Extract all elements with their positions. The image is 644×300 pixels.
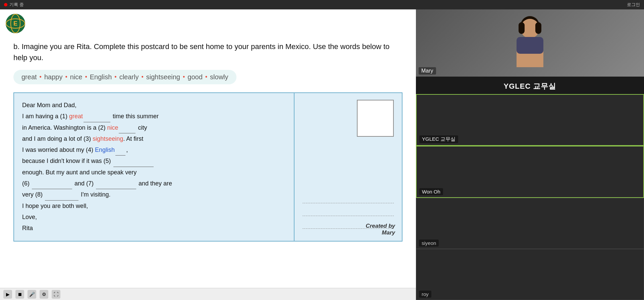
room-title-area: YGLEC 교무실 xyxy=(416,77,644,94)
line-rita: Rita xyxy=(22,223,286,234)
mary-video-panel: Mary xyxy=(416,9,644,77)
recording-indicator: 기록 중 xyxy=(4,2,24,8)
word-slowly: slowly xyxy=(210,73,228,81)
word-great: great xyxy=(21,73,37,81)
logo-area: E xyxy=(0,9,416,38)
line-hope: I hope you are both well, xyxy=(22,201,286,212)
postcard-right xyxy=(294,93,402,241)
fill-english: English xyxy=(95,146,115,153)
mary-label: Mary xyxy=(419,67,436,75)
stamp-box xyxy=(357,100,394,137)
mary-avatar xyxy=(416,9,644,77)
line-4: I was worried about my (4) English, xyxy=(22,144,286,156)
svg-text:E: E xyxy=(13,20,17,27)
postcard: Dear Mom and Dad, I am having a (1) grea… xyxy=(13,92,402,242)
fill-great: great xyxy=(69,113,83,120)
hair-right xyxy=(535,22,541,34)
line-7: (6) and (7) and they are xyxy=(22,178,286,189)
mic-button[interactable]: 🎤 xyxy=(28,290,36,299)
word-english: English xyxy=(90,73,112,81)
created-by: Created byMary xyxy=(366,223,395,236)
line-6: enough. But my aunt and uncle speak very xyxy=(22,167,286,178)
participants-grid: YGLEC 교무실 Won Oh siyeon roy xyxy=(416,94,644,300)
person-figure xyxy=(510,16,550,70)
room-title: YGLEC 교무실 xyxy=(504,81,556,91)
instruction-text: b. Imagine you are Rita. Complete this p… xyxy=(13,41,402,63)
word-good: good xyxy=(187,73,203,81)
top-bar: 기록 중 로그인 xyxy=(0,0,644,9)
line-3: and I am doing a lot of (3) sightseeing.… xyxy=(22,133,286,144)
word-sightseeing: sightseeing xyxy=(146,73,180,81)
login-button[interactable]: 로그인 xyxy=(627,2,640,8)
word-nice: nice xyxy=(70,73,83,81)
word-happy: happy xyxy=(44,73,63,81)
recording-dot xyxy=(4,3,7,6)
word-bank: great • happy • nice • English • clearly… xyxy=(13,70,236,84)
participant-siyeon-label: siyeon xyxy=(419,240,439,247)
bottom-toolbar: ▶ ⏹ 🎤 ⚙ ⛶ xyxy=(0,288,416,300)
line-1: I am having a (1) great time this summer xyxy=(22,111,286,122)
right-sidebar: Mary YGLEC 교무실 YGLEC 교무실 Won Oh siyeon r… xyxy=(416,9,644,300)
participant-wonoh-label: Won Oh xyxy=(419,188,443,195)
postcard-left: Dear Mom and Dad, I am having a (1) grea… xyxy=(14,93,294,241)
fullscreen-button[interactable]: ⛶ xyxy=(52,290,60,299)
participant-roy-label: roy xyxy=(419,291,431,298)
address-line-1 xyxy=(303,194,394,203)
line-8: very (8) I'm visiting. xyxy=(22,189,286,200)
line-love: Love, xyxy=(22,212,286,223)
main-content-area: E b. Imagine you are Rita. Complete this… xyxy=(0,9,416,300)
participant-wonoh: Won Oh xyxy=(416,146,644,198)
shirt xyxy=(517,37,543,54)
line-5: because I didn't know if it was (5) xyxy=(22,156,286,167)
recording-label: 기록 중 xyxy=(9,2,24,8)
play-button[interactable]: ▶ xyxy=(3,290,12,299)
fill-sightseeing: sightseeing xyxy=(93,135,123,142)
stop-button[interactable]: ⏹ xyxy=(15,290,24,299)
participant-siyeon: siyeon xyxy=(416,198,644,249)
fill-nice: nice xyxy=(107,124,118,131)
participant-roy: roy xyxy=(416,249,644,300)
content-area: b. Imagine you are Rita. Complete this p… xyxy=(0,38,416,300)
hair-left xyxy=(519,22,525,34)
participant-yglec: YGLEC 교무실 xyxy=(416,94,644,146)
line-2: in America. Washington is a (2) nice cit… xyxy=(22,122,286,133)
settings-button[interactable]: ⚙ xyxy=(40,290,48,299)
salutation: Dear Mom and Dad, xyxy=(22,100,286,111)
logo-icon: E xyxy=(5,13,25,34)
word-clearly: clearly xyxy=(119,73,139,81)
address-line-2 xyxy=(303,207,394,216)
participant-yglec-label: YGLEC 교무실 xyxy=(419,135,458,143)
